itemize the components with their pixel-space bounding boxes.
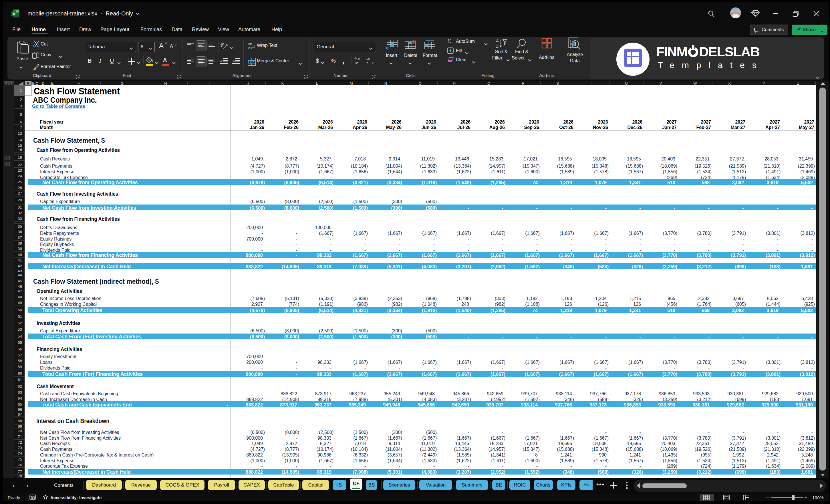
svg-text:.00: .00 xyxy=(366,58,370,60)
svg-text:.00: .00 xyxy=(355,62,358,65)
svg-text:Z: Z xyxy=(496,44,499,49)
svg-text:c: c xyxy=(248,46,250,50)
svg-text:.0: .0 xyxy=(366,62,369,65)
svg-text:.0: .0 xyxy=(357,58,360,60)
svg-text:ab: ab xyxy=(221,42,225,48)
svg-text:A: A xyxy=(496,38,499,43)
svg-text:ab: ab xyxy=(248,42,252,46)
svg-text:x: x xyxy=(13,12,15,16)
